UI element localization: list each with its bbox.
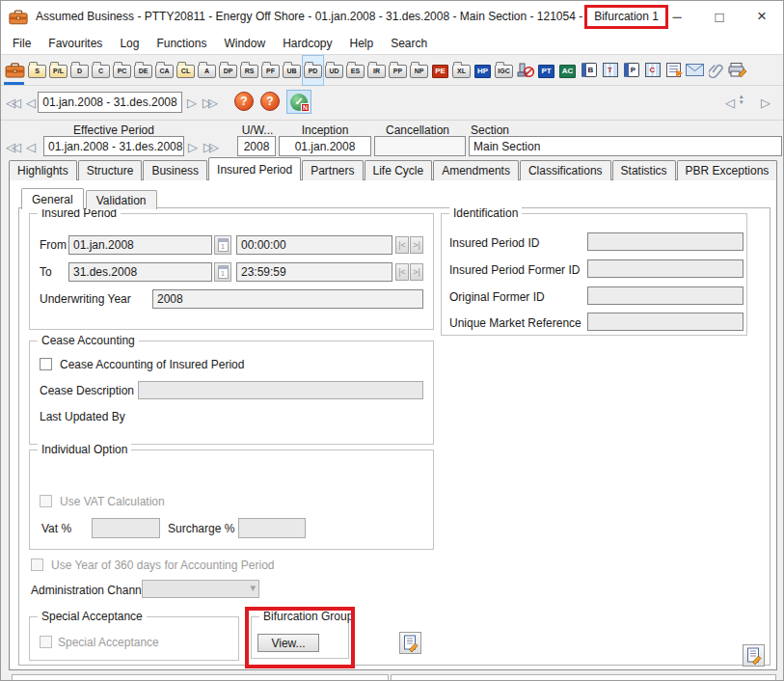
to-time-field[interactable]: 23:59:59 <box>236 262 392 282</box>
nav-first-button[interactable]: ◁◁ <box>6 94 17 113</box>
toolbar-cl-button[interactable]: CL <box>176 56 196 85</box>
tab-statistics[interactable]: Statistics <box>612 160 676 180</box>
toolbar-attachment-button[interactable] <box>706 56 726 85</box>
special-acceptance-checkbox[interactable] <box>40 636 52 648</box>
toolbar-s-button[interactable]: S <box>27 56 47 85</box>
to-date-calendar-button[interactable]: 1 <box>214 262 231 282</box>
toolbar-ub-button[interactable]: UB <box>282 56 302 85</box>
tab-life-cycle[interactable]: Life Cycle <box>365 160 433 180</box>
sort-split-button[interactable]: ▴ ▾ <box>740 94 743 105</box>
toolbar-de-button[interactable]: DE <box>133 56 153 85</box>
menu-favourites[interactable]: Favourites <box>40 34 111 53</box>
toolbar-c-button[interactable]: C <box>91 56 111 85</box>
from-time-start-button[interactable]: |< <box>395 236 409 254</box>
toolbar-np-button[interactable]: NP <box>409 56 429 85</box>
toolbar-ud-button[interactable]: UD <box>324 56 344 85</box>
from-date-field[interactable]: 01.jan.2008 <box>68 235 212 255</box>
tab-partners[interactable]: Partners <box>302 160 363 180</box>
menu-window[interactable]: Window <box>215 34 274 53</box>
toolbar-pf-button[interactable]: PF <box>260 56 281 85</box>
from-time-end-button[interactable]: >| <box>410 236 423 254</box>
toolbar-pt-button[interactable]: PT <box>536 56 556 85</box>
maximize-button[interactable]: □ <box>698 1 741 32</box>
menu-file[interactable]: File <box>4 34 40 53</box>
scroll-left-button[interactable]: ◁ <box>725 94 731 113</box>
toolbar-igc-button[interactable]: IGC <box>494 56 514 85</box>
toolbar-list-export-button[interactable] <box>663 56 684 85</box>
from-date-calendar-button[interactable]: 1 <box>214 235 231 255</box>
ctx-last-button[interactable]: ▷▷ <box>203 138 215 157</box>
cease-description-field[interactable] <box>138 381 423 399</box>
toolbar-rs-button[interactable]: RS <box>239 56 259 85</box>
tab-pbr-exceptions[interactable]: PBR Exceptions <box>677 160 778 180</box>
to-time-end-button[interactable]: >| <box>410 263 423 281</box>
toolbar-es-button[interactable]: ES <box>345 56 365 85</box>
subtab-general[interactable]: General <box>21 188 84 209</box>
tab-amendments[interactable]: Amendments <box>433 160 519 180</box>
menu-log[interactable]: Log <box>111 34 148 53</box>
vat-percent-field[interactable] <box>92 518 160 538</box>
menu-functions[interactable]: Functions <box>148 34 215 53</box>
toolbar-pl-button[interactable]: P/L <box>48 56 68 85</box>
nav-next-button[interactable]: ▷ <box>187 94 193 113</box>
minimize-button[interactable]: ─ <box>656 1 698 32</box>
underwriting-year-field[interactable]: 2008 <box>152 289 423 309</box>
cease-accounting-checkbox[interactable] <box>40 358 52 370</box>
menu-help[interactable]: Help <box>340 34 382 53</box>
view-bifurcation-button[interactable]: View... <box>257 634 319 652</box>
notes-button-bottom[interactable] <box>743 644 765 667</box>
help-status-icon-2[interactable]: ? <box>260 92 280 111</box>
toolbar-pc-button[interactable]: PC <box>112 56 132 85</box>
insured-period-former-id-field[interactable] <box>587 259 743 278</box>
tab-classifications[interactable]: Classifications <box>520 160 611 180</box>
validation-ok-button[interactable]: ✓ N <box>286 90 311 114</box>
ctx-first-button[interactable]: ◁◁ <box>6 138 17 157</box>
to-date-field[interactable]: 31.des.2008 <box>68 262 212 282</box>
toolbar-pe-button[interactable]: PE <box>430 56 450 85</box>
close-button[interactable]: × <box>741 1 783 32</box>
cancellation-field[interactable] <box>374 136 466 156</box>
period-range-field[interactable]: 01.jan.2008 - 31.des.2008 <box>38 92 182 113</box>
surcharge-percent-field[interactable] <box>238 518 306 538</box>
toolbar-hp-button[interactable]: HP <box>473 56 493 85</box>
subtab-validation[interactable]: Validation <box>86 190 157 209</box>
original-former-id-field[interactable] <box>587 286 743 305</box>
menu-search[interactable]: Search <box>382 34 436 53</box>
effective-period-field[interactable]: 01.jan.2008 - 31.des.2008 <box>43 136 184 156</box>
toolbar-mail-button[interactable] <box>685 56 705 85</box>
inception-field[interactable]: 01.jan.2008 <box>279 136 371 156</box>
toolbar-table-c-button[interactable]: C <box>642 56 662 85</box>
menu-hardcopy[interactable]: Hardcopy <box>274 34 340 53</box>
toolbar-d-button[interactable]: D <box>69 56 90 85</box>
nav-last-button[interactable]: ▷▷ <box>203 94 214 113</box>
notes-button[interactable] <box>399 632 421 654</box>
ctx-prev-button[interactable]: ◁ <box>26 138 32 157</box>
toolbar-ir-button[interactable]: IR <box>366 56 387 85</box>
ctx-next-button[interactable]: ▷ <box>188 138 194 157</box>
toolbar-table-t-button[interactable]: T <box>600 56 620 85</box>
toolbar-pd-button[interactable]: PD <box>303 56 323 85</box>
tab-business[interactable]: Business <box>143 160 207 180</box>
toolbar-ac-button[interactable]: AC <box>557 56 578 85</box>
toolbar-a-button[interactable]: A <box>197 56 217 85</box>
toolbar-print-edit-button[interactable] <box>727 56 747 85</box>
unique-market-reference-field[interactable] <box>587 313 743 331</box>
nav-prev-button[interactable]: ◁ <box>26 94 32 113</box>
section-field[interactable]: Main Section <box>469 136 782 156</box>
toolbar-disconnect-button[interactable] <box>515 56 535 85</box>
toolbar-dp-button[interactable]: DP <box>218 56 238 85</box>
use-vat-calculation-checkbox[interactable] <box>40 495 52 507</box>
toolbar-book-b-button[interactable]: B <box>579 56 599 85</box>
use-360-days-checkbox[interactable] <box>31 558 43 571</box>
toolbar-briefcase-button[interactable] <box>3 56 26 85</box>
toolbar-xl-button[interactable]: XL <box>451 56 472 85</box>
scroll-right-button[interactable]: ▷ <box>761 94 767 113</box>
to-time-start-button[interactable]: |< <box>395 263 409 281</box>
help-status-icon-1[interactable]: ? <box>234 92 254 111</box>
tab-structure[interactable]: Structure <box>78 160 143 180</box>
toolbar-pp-button[interactable]: PP <box>388 56 408 85</box>
tab-insured-period[interactable]: Insured Period <box>208 157 301 180</box>
uw-year-field[interactable]: 2008 <box>237 136 276 156</box>
toolbar-book-p-button[interactable]: P <box>621 56 641 85</box>
insured-period-id-field[interactable] <box>587 232 743 251</box>
